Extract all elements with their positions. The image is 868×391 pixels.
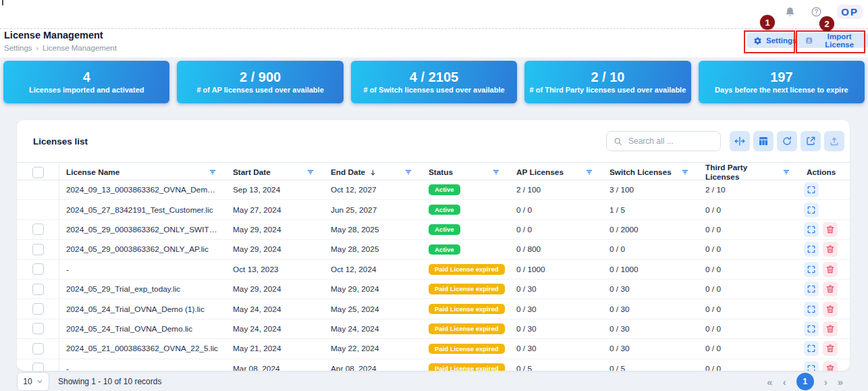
row-checkbox[interactable] <box>32 224 44 235</box>
filter-icon[interactable] <box>585 168 593 176</box>
table-row[interactable]: 2024_05_24_Trial_OVNA_Demo.lic May 24, 2… <box>17 319 850 339</box>
delete-row-button[interactable] <box>823 262 838 277</box>
third-party-licenses-cell: 2 / 10 <box>699 185 800 194</box>
trash-icon <box>825 305 835 314</box>
notifications-icon[interactable] <box>784 6 796 18</box>
filter-icon[interactable] <box>209 168 217 176</box>
table-row[interactable]: - Mar 08, 2024 Apr 08, 2024 Paid License… <box>17 359 850 371</box>
filter-icon[interactable] <box>492 168 500 176</box>
expand-row-button[interactable] <box>804 302 819 317</box>
actions-cell <box>800 242 850 257</box>
next-page-button[interactable]: › <box>824 377 828 387</box>
search-box[interactable] <box>606 131 721 151</box>
delete-row-button[interactable] <box>823 302 838 317</box>
stat-card: 197 Days before the next license to expi… <box>699 61 865 103</box>
user-avatar[interactable]: OP <box>837 5 863 19</box>
current-page-button[interactable]: 1 <box>796 373 814 390</box>
sort-desc-icon[interactable] <box>369 169 377 176</box>
license-name-cell: 2024_05_29_0003863362_ONLY_SWITCH.lic <box>59 225 226 234</box>
upload-button[interactable] <box>824 131 844 151</box>
table-row[interactable]: - Oct 13, 2023 Oct 12, 2024 Paid License… <box>17 260 850 280</box>
stat-value: 4 <box>83 70 90 84</box>
refresh-button[interactable] <box>777 131 797 151</box>
trash-icon <box>825 225 835 234</box>
expand-row-button[interactable] <box>804 361 819 371</box>
settings-button[interactable]: Settings <box>747 33 803 48</box>
column-header-third-party-licenses[interactable]: Third Party Licenses <box>699 163 800 182</box>
filter-icon[interactable] <box>681 168 689 176</box>
table-row[interactable]: 2024_05_29_Trial_exp_today.lic May 29, 2… <box>17 280 850 299</box>
expand-row-button[interactable] <box>804 321 819 336</box>
trash-icon <box>825 265 835 274</box>
start-date-cell: May 29, 2024 <box>226 284 324 294</box>
table-row[interactable]: 2024_05_29_0003863362_ONLY_AP.lic May 29… <box>17 240 850 259</box>
column-header-label: AP Licenses <box>516 167 564 177</box>
breadcrumb-settings[interactable]: Settings <box>4 44 32 52</box>
column-header-actions[interactable]: Actions <box>800 163 850 182</box>
column-header-status[interactable]: Status <box>422 163 510 182</box>
delete-row-button[interactable] <box>823 222 838 237</box>
export-icon <box>805 136 816 147</box>
table-row[interactable]: 2024_05_21_0003863362_OVNA_22_5.lic May … <box>17 339 850 359</box>
search-input[interactable] <box>627 136 713 147</box>
expand-row-button[interactable] <box>804 282 819 296</box>
select-all-checkbox[interactable] <box>32 167 44 178</box>
expand-row-button[interactable] <box>804 262 819 277</box>
switch-licenses-cell: 0 / 0 <box>603 244 699 254</box>
row-checkbox[interactable] <box>32 244 44 255</box>
last-page-button[interactable]: » <box>838 377 843 387</box>
third-party-licenses-cell: 0 / 0 <box>699 265 800 274</box>
help-icon[interactable] <box>811 6 822 18</box>
start-date-cell: May 21, 2024 <box>226 344 324 353</box>
column-header-label: Status <box>429 167 453 177</box>
row-checkbox[interactable] <box>32 323 44 334</box>
table-row[interactable]: 2024_05_27_8342191_Test_Customer.lic May… <box>17 200 850 219</box>
row-checkbox-cell <box>17 319 59 338</box>
page-size-select[interactable]: 10 <box>17 372 49 391</box>
delete-row-button[interactable] <box>823 282 838 296</box>
table-row[interactable]: 2024_05_29_0003863362_ONLY_SWITCH.lic Ma… <box>17 220 850 240</box>
previous-page-button[interactable]: ‹ <box>783 377 786 387</box>
column-header-switch-licenses[interactable]: Switch Licenses <box>603 163 699 182</box>
delete-row-button[interactable] <box>823 242 838 257</box>
column-header-end-date[interactable]: End Date <box>324 163 422 182</box>
filter-icon[interactable] <box>306 168 315 176</box>
status-cell: Active <box>422 224 510 235</box>
column-header-start-date[interactable]: Start Date <box>226 163 324 182</box>
table-row[interactable]: 2024_05_24_Trial_OVNA_Demo (1).lic May 2… <box>17 299 850 319</box>
expand-row-button[interactable] <box>804 341 819 356</box>
delete-row-button[interactable] <box>823 321 838 336</box>
row-checkbox-cell <box>17 200 59 219</box>
row-checkbox[interactable] <box>32 303 44 315</box>
expand-row-button[interactable] <box>804 242 819 257</box>
filter-icon[interactable] <box>404 168 412 176</box>
end-date-cell: Jun 25, 2027 <box>324 205 422 215</box>
expand-row-button[interactable] <box>804 203 819 217</box>
expand-icon <box>807 305 816 314</box>
expand-row-button[interactable] <box>804 222 819 237</box>
end-date-cell: Oct 12, 2024 <box>324 265 422 274</box>
ap-licenses-cell: 2 / 100 <box>510 185 603 194</box>
expand-icon <box>807 324 816 334</box>
annotation-marker-2: 2 <box>819 16 834 31</box>
table-columns-button[interactable] <box>753 131 774 151</box>
delete-row-button[interactable] <box>823 361 838 371</box>
export-button[interactable] <box>801 131 821 151</box>
status-badge: Active <box>429 224 460 235</box>
refresh-icon <box>782 136 792 147</box>
end-date-cell: Oct 12, 2027 <box>324 185 422 194</box>
filter-icon[interactable] <box>782 168 790 176</box>
first-page-button[interactable]: « <box>767 377 772 387</box>
column-header-license-name[interactable]: License Name <box>59 163 226 182</box>
row-checkbox[interactable] <box>32 343 44 355</box>
start-date-cell: Mar 08, 2024 <box>226 364 324 371</box>
table-row[interactable]: 2024_09_13_0003863362_OVNA_Demo.lic Sep … <box>17 180 850 200</box>
expand-columns-button[interactable] <box>730 131 750 151</box>
row-checkbox[interactable] <box>32 363 44 371</box>
import-license-button[interactable]: Import License <box>799 33 868 48</box>
row-checkbox[interactable] <box>32 263 44 275</box>
expand-row-button[interactable] <box>804 182 819 197</box>
delete-row-button[interactable] <box>823 341 838 356</box>
row-checkbox[interactable] <box>32 284 44 295</box>
column-header-ap-licenses[interactable]: AP Licenses <box>510 163 603 182</box>
